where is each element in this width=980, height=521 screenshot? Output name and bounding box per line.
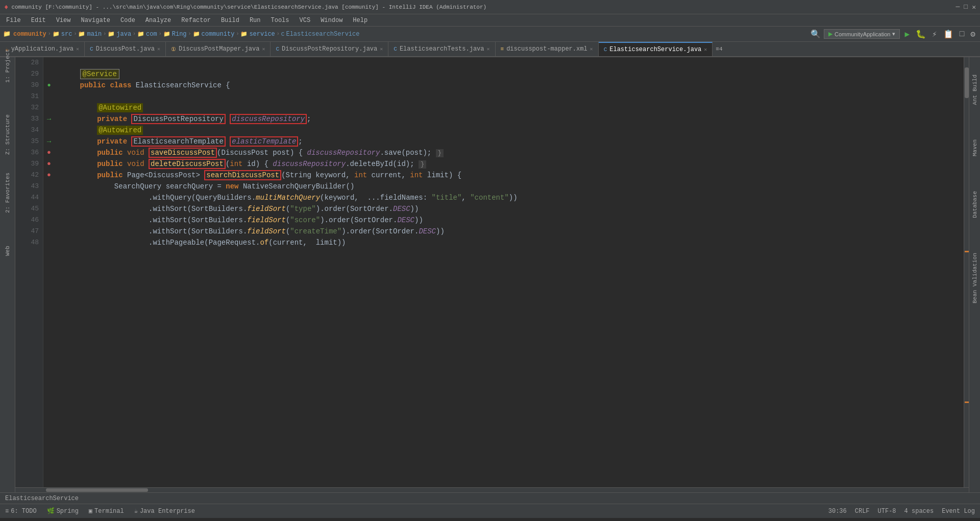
nav-class[interactable]: ElasticsearchService — [286, 31, 359, 38]
tab-close-discusspost[interactable]: ✕ — [157, 46, 160, 52]
right-sidebar-database[interactable]: Database — [971, 189, 979, 220]
menu-file[interactable]: File — [2, 16, 25, 25]
bottom-spring[interactable]: 🌿 Spring — [47, 507, 79, 515]
profile-button[interactable]: 📋 — [942, 29, 955, 39]
tab-discusspostrepository[interactable]: C DiscussPostRepository.java ✕ — [271, 42, 388, 56]
tab-close-discusspostrepository[interactable]: ✕ — [380, 46, 383, 52]
menu-refactor[interactable]: Refactor — [177, 16, 215, 25]
menu-window[interactable]: Window — [316, 16, 347, 25]
line-num-44: 44 — [15, 192, 39, 203]
line-num-45: 45 — [15, 203, 39, 215]
gutter-30[interactable]: ● — [43, 80, 55, 91]
tab-yapplication[interactable]: ☕ yApplication.java ✕ — [0, 42, 85, 56]
gutter-39[interactable]: ● — [43, 158, 55, 170]
layout-button[interactable]: □ — [958, 30, 966, 39]
nav-java[interactable]: java — [116, 31, 131, 38]
debug-button[interactable]: 🐛 — [914, 29, 927, 39]
coverage-button[interactable]: ⚡ — [930, 29, 939, 39]
close-button[interactable]: ✕ — [972, 3, 976, 11]
encoding[interactable]: UTF-8 — [878, 508, 896, 515]
run-button[interactable]: ▶ — [903, 29, 911, 39]
gutter-42[interactable]: ● — [43, 170, 55, 181]
tab-close-discusspostmapper[interactable]: ✕ — [262, 46, 265, 52]
code-line-30: public class ElasticsearchService { — [63, 80, 955, 91]
bottom-java-enterprise[interactable]: ☕ Java Enterprise — [134, 507, 195, 515]
code-content[interactable]: @Service public class ElasticsearchServi… — [55, 57, 964, 487]
menu-vcs[interactable]: VCS — [296, 16, 315, 25]
tab-discusspostmapper-xml[interactable]: ≡ discusspost-mapper.xml ✕ — [496, 42, 599, 56]
sidebar-project-icon[interactable]: 1: Project — [1, 59, 14, 73]
nav-service[interactable]: service — [249, 31, 275, 38]
scrollbar-marker-1 — [965, 251, 969, 252]
code-line-39: public void deleteDiscussPost(int id) { … — [63, 158, 955, 170]
tab-bar: ☕ yApplication.java ✕ C DiscussPost.java… — [0, 42, 980, 57]
code-line-42: public Page<DiscussPost> searchDiscussPo… — [63, 170, 955, 181]
line-num-28: 28 — [15, 57, 39, 68]
sidebar-favorites-icon[interactable]: 2: Favorites — [1, 186, 14, 199]
kw-public-30: public — [80, 81, 106, 89]
nav-src[interactable]: src — [61, 31, 72, 38]
menu-view[interactable]: View — [52, 16, 75, 25]
scrollbar-thumb[interactable] — [965, 67, 969, 98]
file-tab-label: ElasticsearchService — [5, 495, 79, 502]
indentation[interactable]: 4 spaces — [904, 508, 934, 515]
sidebar-structure-icon[interactable]: Z: Structure — [1, 128, 14, 141]
menu-tools[interactable]: Tools — [267, 16, 293, 25]
brace-36: { — [299, 149, 307, 157]
tab-icon-elasticsearchtests: C — [394, 46, 397, 52]
type-discusspostrepository: DiscussPostRepository — [133, 115, 223, 123]
line-ending[interactable]: CRLF — [855, 508, 870, 515]
event-log[interactable]: Event Log — [942, 508, 975, 515]
type-elasticsearchtemplate: ElasticsearchTemplate — [133, 137, 223, 146]
nav-bar: 📁 community › 📁 src › 📁 main › 📁 java › … — [0, 27, 980, 42]
tab-close-yapplication[interactable]: ✕ — [76, 46, 79, 52]
tab-overflow-count[interactable]: ≡4 — [713, 42, 725, 56]
nav-main[interactable]: main — [87, 31, 102, 38]
tab-label-discusspostmapper: DiscussPostMapper.java — [179, 45, 259, 53]
nav-main-icon: 📁 — [78, 31, 85, 37]
tab-close-elasticsearchtests[interactable]: ✕ — [487, 46, 490, 52]
menu-analyze[interactable]: Analyze — [141, 16, 175, 25]
code-line-33: private DiscussPostRepository discussRep… — [63, 113, 955, 125]
tab-icon-elasticsearchservice: C — [604, 46, 607, 53]
run-config-button[interactable]: ▶ CommunityApplication ▾ — [824, 29, 900, 39]
sidebar-web-icon[interactable]: Web — [1, 244, 14, 257]
menu-run[interactable]: Run — [246, 16, 265, 25]
vertical-scrollbar[interactable] — [964, 57, 969, 487]
tab-elasticsearchtests[interactable]: C ElasticsearchTests.java ✕ — [388, 42, 495, 56]
gutter-35[interactable]: → — [43, 136, 55, 147]
bottom-terminal[interactable]: ▣ Terminal — [89, 507, 124, 515]
code-scroll[interactable]: 28 29 30 31 32 33 34 35 36 39 42 43 44 4… — [15, 57, 969, 487]
menu-code[interactable]: Code — [116, 16, 139, 25]
code-area: 28 29 30 31 32 33 34 35 36 39 42 43 44 4… — [15, 57, 969, 492]
maximize-button[interactable]: □ — [964, 3, 968, 11]
settings-icon[interactable]: ⚙ — [969, 29, 977, 39]
menu-build[interactable]: Build — [217, 16, 243, 25]
nav-com[interactable]: com — [146, 31, 157, 38]
nav-ring[interactable]: Ring — [172, 31, 187, 38]
menu-edit[interactable]: Edit — [27, 16, 50, 25]
tab-close-xml[interactable]: ✕ — [590, 46, 593, 52]
menu-help[interactable]: Help — [349, 16, 372, 25]
nav-src-icon: 📁 — [53, 31, 60, 37]
minimize-button[interactable]: ─ — [956, 3, 960, 11]
tab-elasticsearchservice[interactable]: C ElasticsearchService.java ✕ — [599, 42, 713, 56]
tab-discusspost[interactable]: C DiscussPost.java ✕ — [85, 42, 166, 56]
h-scrollbar-thumb[interactable] — [46, 488, 148, 492]
tab-close-elasticsearchservice[interactable]: ✕ — [704, 46, 707, 53]
menu-navigate[interactable]: Navigate — [77, 16, 114, 25]
horizontal-scrollbar[interactable] — [15, 487, 969, 492]
tab-icon-discusspostrepository: C — [276, 46, 279, 52]
nav-project[interactable]: community — [13, 31, 46, 38]
right-sidebar-bean-validation[interactable]: Bean Validation — [971, 251, 979, 305]
right-sidebar-maven[interactable]: Maven — [971, 137, 979, 158]
nav-community[interactable]: community — [202, 31, 235, 38]
bottom-todo[interactable]: ≡ 6: TODO — [5, 508, 37, 515]
right-sidebar-ant-build[interactable]: Ant Build — [971, 73, 979, 107]
nav-search-icon[interactable]: 🔍 — [811, 29, 821, 39]
tab-discusspostmapper[interactable]: ① DiscussPostMapper.java ✕ — [166, 42, 271, 56]
gutter-36[interactable]: ● — [43, 147, 55, 158]
window-controls[interactable]: ─ □ ✕ — [956, 3, 976, 11]
code-line-32: @Autowired — [63, 102, 955, 113]
gutter-33[interactable]: → — [43, 113, 55, 125]
